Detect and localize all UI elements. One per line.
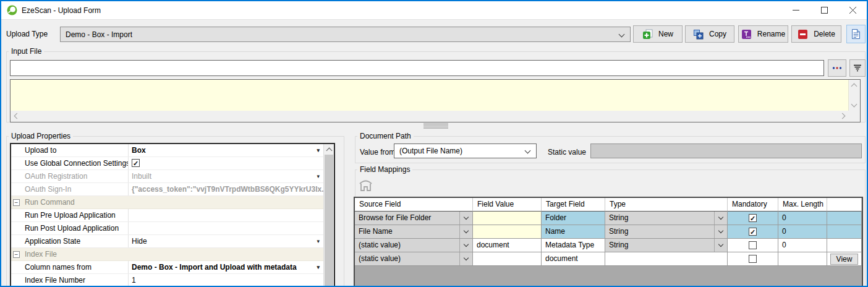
max-length-cell[interactable]: 0 [778,225,827,239]
type-select[interactable]: String [605,212,728,225]
property-row[interactable]: Run Pre Upload Application [11,209,323,222]
scroll-up-icon[interactable] [851,84,857,90]
mapping-row[interactable]: (static value)documentMetadata TypeStrin… [355,239,862,252]
maximize-button[interactable] [810,1,838,19]
property-group-row[interactable]: −Run Command [11,196,323,209]
type-select[interactable]: String [605,225,728,239]
collapse-icon[interactable]: − [13,199,20,206]
rename-button-label: Rename [757,30,785,38]
preview-vertical-scrollbar[interactable] [849,80,860,111]
browse-button[interactable] [828,59,846,77]
property-value[interactable] [129,222,323,234]
collapse-icon[interactable]: − [13,251,20,258]
property-value[interactable]: Inbuilt▾ [129,170,323,182]
property-row[interactable]: Application StateHide▾ [11,235,323,248]
window-controls [781,1,867,19]
property-row[interactable]: Use Global Connection Settings✓ [11,157,323,170]
property-value[interactable]: Box▾ [129,144,323,156]
property-row[interactable]: Upload toBox▾ [11,144,323,157]
upload-type-select[interactable]: Demo - Box - Import [60,27,631,42]
delete-button[interactable]: Delete [791,25,841,43]
dropdown-arrow-icon[interactable]: ▾ [317,261,320,273]
dropdown-arrow-icon[interactable]: ▾ [317,144,320,156]
mandatory-cell[interactable]: ✓ [728,212,778,225]
scrollbar-thumb[interactable] [325,155,333,287]
property-value[interactable]: Hide▾ [129,235,323,247]
scroll-down-icon[interactable] [851,101,857,108]
home-icon[interactable] [358,178,373,194]
mapping-row[interactable]: (static value)documentView [355,252,862,266]
mandatory-cell[interactable] [728,252,778,266]
rename-button[interactable]: Rename [738,25,788,43]
field-value-cell[interactable] [473,225,542,239]
source-field-dropdown[interactable] [459,225,472,238]
filter-button[interactable] [849,59,866,77]
checkbox-checked[interactable]: ✓ [132,159,140,167]
property-row[interactable]: OAuth Sign-In{"access_token":"vvjT9nVTrp… [11,183,323,196]
target-field-cell[interactable]: document [542,252,605,266]
view-definition-button[interactable] [846,25,866,43]
properties-scrollbar[interactable] [323,144,334,287]
mapping-row[interactable]: Browse for File FolderFolderString✓0 [355,212,862,225]
max-length-cell[interactable] [778,252,827,266]
max-length-cell[interactable]: 0 [778,239,827,252]
field-value-cell[interactable]: document [473,239,542,252]
mandatory-cell[interactable] [728,239,778,252]
target-field-cell[interactable]: Name [542,225,605,239]
mandatory-checkbox[interactable] [749,241,757,249]
scroll-left-icon[interactable] [14,113,20,119]
scroll-right-icon[interactable] [840,113,846,119]
field-mappings-header: Source FieldField ValueTarget FieldTypeM… [355,198,862,212]
filter-lines-icon [853,64,862,72]
mandatory-checkbox[interactable]: ✓ [749,228,757,236]
type-dropdown[interactable] [714,239,727,252]
source-field-dropdown[interactable] [459,239,472,252]
mapping-row[interactable]: File NameNameString✓0 [355,225,862,239]
view-button[interactable]: View [830,254,859,265]
splitter-handle[interactable] [423,123,448,129]
field-value-cell[interactable] [473,252,542,266]
minimize-button[interactable] [781,1,810,19]
dropdown-arrow-icon[interactable]: ▾ [317,235,320,247]
mandatory-checkbox[interactable]: ✓ [749,214,757,222]
value-from-label: Value from [360,148,395,156]
scroll-up-button[interactable] [324,144,334,155]
scroll-up-icon [326,148,333,154]
source-field-select[interactable]: Browse for File Folder [355,212,473,225]
dropdown-arrow-icon[interactable]: ▾ [317,170,320,182]
type-select[interactable]: String [605,239,728,252]
source-field-select[interactable]: File Name [355,225,473,239]
source-field-select[interactable]: (static value) [355,252,473,266]
input-file-input[interactable] [10,60,824,76]
property-row[interactable]: Column names fromDemo - Box - Import and… [11,261,323,274]
value-from-select[interactable]: (Output File Name) [394,144,537,158]
target-field-cell[interactable]: Metadata Type [542,239,605,252]
source-field-select[interactable]: (static value) [355,239,473,252]
copy-button[interactable]: Copy [685,25,734,43]
property-value[interactable]: ✓ [129,157,323,169]
field-value-cell[interactable] [473,212,542,225]
target-field-cell[interactable]: Folder [542,212,605,225]
new-button[interactable]: New [633,25,683,43]
close-button[interactable] [838,1,867,19]
preview-horizontal-scrollbar[interactable] [11,111,849,122]
column-header [827,198,862,212]
mandatory-cell[interactable]: ✓ [728,225,778,239]
property-value[interactable]: Demo - Box - Import and Upload with meta… [129,261,323,273]
property-row[interactable]: OAuth RegistrationInbuilt▾ [11,170,323,183]
property-group-row[interactable]: −Index File [11,248,323,261]
source-field-dropdown[interactable] [459,212,472,225]
max-length-cell[interactable]: 0 [778,212,827,225]
property-row[interactable]: Run Post Upload Application [11,222,323,235]
property-value[interactable]: 1 [129,274,323,286]
source-field-dropdown[interactable] [459,252,472,265]
type-dropdown[interactable] [714,225,727,238]
type-dropdown[interactable] [714,212,727,225]
column-header: Field Value [473,198,542,212]
property-value[interactable]: {"access_token":"vvjT9nVTrpdWtbBS6QKg5YY… [129,183,323,195]
static-value-input [590,144,862,158]
mandatory-checkbox[interactable] [749,255,757,263]
property-value[interactable] [129,209,323,221]
preview-text-area[interactable] [11,80,849,111]
property-row[interactable]: Index File Number1 [11,274,323,287]
